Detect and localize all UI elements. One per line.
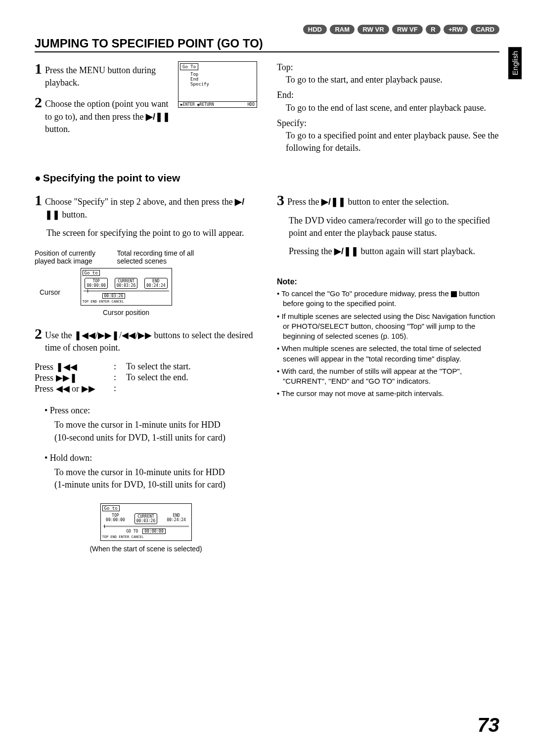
goto1-footer: TOP END ENTER CANCEL	[83, 300, 170, 304]
defn-end-term: End:	[277, 89, 499, 101]
menu-return-label: RETURN	[200, 102, 214, 107]
skip-next-icon: ▶▶❚	[56, 373, 77, 383]
badge-ram: RAM	[330, 25, 355, 34]
spec-step1-a: Choose "Specify" in step 2 above, and th…	[45, 197, 235, 207]
specify-step1: 1 Choose "Specify" in step 2 above, and …	[35, 193, 257, 221]
intro-right: Top: To go to the start, and enter playb…	[277, 61, 499, 157]
specify-right: 3 Press the ▶/❚❚ button to enter the sel…	[277, 193, 499, 553]
specify-step2-text: Use the ❚◀◀/▶▶❚/◀◀/▶▶ buttons to select …	[45, 326, 257, 354]
cursor-label: Cursor	[40, 288, 60, 296]
goto2-goto-label: GO TO	[126, 529, 138, 534]
section-specify-heading: Specifying the point to view	[35, 172, 499, 184]
note-item-2: If multiple scenes are selected using th…	[277, 311, 499, 342]
goto-diagram: Position of currently played back image …	[35, 249, 218, 316]
step3-p2b: button again will start playback.	[358, 246, 475, 256]
press-or: or	[70, 384, 82, 394]
note-heading: Note:	[277, 277, 499, 286]
goto2-caption: (When the start of scene is selected)	[35, 545, 257, 553]
forward-icon: ▶▶	[138, 330, 152, 340]
goto2-top-val: 00:00:00	[106, 518, 125, 522]
spec-step2-a: Use the	[45, 330, 74, 340]
goto2-current: CURRENT00:03:26	[134, 513, 158, 524]
defn-spec-term: Specify:	[277, 117, 499, 130]
note-item-3: When multiple scenes are selected, the t…	[277, 344, 499, 364]
menu-items: Top End Specify	[178, 72, 257, 101]
goto2-end: END00:24:24	[167, 513, 186, 524]
specify-step3-text: Press the ▶/❚❚ button to enter the selec…	[287, 193, 449, 208]
hold-down-txt: Hold down:	[50, 453, 92, 463]
step3-p1: The DVD video camera/recorder will go to…	[289, 215, 499, 239]
skip-prev-icon: ❚◀◀	[74, 330, 95, 340]
play-pause-icon: ▶/❚❚	[146, 112, 170, 122]
goto-screen-2: Go to TOP00:00:00 CURRENT00:03:26 END00:…	[100, 503, 192, 541]
step3-b: button to enter the selection.	[346, 197, 449, 207]
specify-step2: 2 Use the ❚◀◀/▶▶❚/◀◀/▶▶ buttons to selec…	[35, 326, 257, 354]
note-item-5: The cursor may not move at same-pitch in…	[277, 389, 499, 399]
play-pause-icon: ▶/❚❚	[321, 197, 346, 207]
press-sep-3: :	[114, 383, 126, 394]
menu-title: Go To	[180, 63, 198, 70]
goto-screen-1: Go to TOP00:00:00 CURRENT00:03:26 END00:…	[81, 268, 172, 306]
press-sep-1: :	[114, 361, 126, 372]
goto2-goto-val: 00:00:00	[142, 529, 166, 534]
goto1-end-cell: END00:24:24	[144, 278, 168, 289]
intro-step2-text: Choose the option (point you want to go …	[45, 95, 173, 135]
specify-left: 1 Choose "Specify" in step 2 above, and …	[35, 193, 257, 553]
badge-card: CARD	[471, 25, 499, 34]
goto1-top-cell: TOP00:00:00	[85, 278, 108, 289]
menu-item-specify: Specify	[188, 82, 255, 87]
press-desc-1: To select the start.	[126, 361, 257, 372]
intro-step1: 1 Press the MENU button during playback.	[35, 61, 173, 89]
menu-item-top: Top	[188, 72, 255, 77]
media-type-badges: HDD RAM RW VR RW VF R +RW CARD	[35, 25, 499, 34]
specify-step3: 3 Press the ▶/❚❚ button to enter the sel…	[277, 193, 499, 208]
goto1-current-label: CURRENT	[118, 279, 134, 283]
cursor-position-label: Cursor position	[35, 309, 218, 316]
press-desc-3	[126, 383, 257, 394]
press-label: Press	[35, 362, 56, 372]
goto2-cursor-tick	[104, 525, 105, 528]
press-label: Press	[35, 384, 56, 394]
label-total-time: Total recording time of all selected sce…	[117, 249, 218, 265]
press-once-label: • Press once:	[44, 401, 257, 417]
goto1-below-val: 00:03:26	[102, 293, 126, 299]
step-number-2b: 2	[35, 326, 42, 341]
specify-step1-text: Choose "Specify" in step 2 above, and th…	[45, 193, 257, 221]
goto2-header-row: TOP00:00:00 CURRENT00:03:26 END00:24:24	[102, 513, 190, 524]
note-item-1: To cancel the "Go To" procedure midway, …	[277, 289, 499, 309]
step3-a: Press the	[287, 197, 321, 207]
menu-enter-label: ENTER	[183, 102, 195, 107]
goto2-end-val: 00:24:24	[167, 518, 186, 522]
goto2-top-label: TOP	[112, 513, 119, 518]
step-number-1: 1	[35, 61, 42, 76]
note-list: To cancel the "Go To" procedure midway, …	[277, 289, 499, 399]
play-pause-icon: ▶/❚❚	[334, 246, 358, 256]
step-number-2: 2	[35, 95, 42, 110]
press-row-3: Press ◀◀ or ▶▶ :	[35, 383, 257, 394]
press-desc-2: To select the end.	[126, 372, 257, 383]
specify-step1-sub: The screen for specifying the point to g…	[46, 227, 257, 239]
goto1-end-val: 00:24:24	[146, 283, 166, 288]
badge-rwvr: RW VR	[357, 25, 389, 34]
goto2-footer: TOP END ENTER CANCEL	[102, 535, 190, 539]
rewind-icon: ◀◀	[56, 384, 70, 394]
press-sep-2: :	[114, 372, 126, 383]
badge-rwvf: RW VF	[392, 25, 423, 34]
label-position: Position of currently played back image	[35, 249, 117, 265]
menu-footer: ▶ENTER ◉RETURN HDD	[178, 101, 257, 107]
defn-spec-desc: To go to a specified point and enter pla…	[286, 130, 499, 154]
press-row-2: Press ▶▶❚ : To select the end.	[35, 372, 257, 383]
menu-item-end: End	[188, 77, 255, 82]
spec-step1-b: button.	[60, 210, 87, 220]
press-key-2: Press ▶▶❚	[35, 372, 114, 383]
press-key-3: Press ◀◀ or ▶▶	[35, 383, 114, 394]
defn-top-term: Top:	[277, 61, 499, 74]
intro-step2-b: button.	[45, 124, 70, 134]
badge-r: R	[426, 25, 440, 34]
badge-hdd: HDD	[303, 25, 327, 34]
skip-prev-icon: ❚◀◀	[56, 362, 77, 372]
goto2-end-label: END	[173, 513, 179, 518]
menu-hdd-label: HDD	[248, 102, 255, 107]
goto2-timeline-bar	[103, 526, 189, 527]
hold-down-label: • Hold down:	[44, 449, 257, 464]
